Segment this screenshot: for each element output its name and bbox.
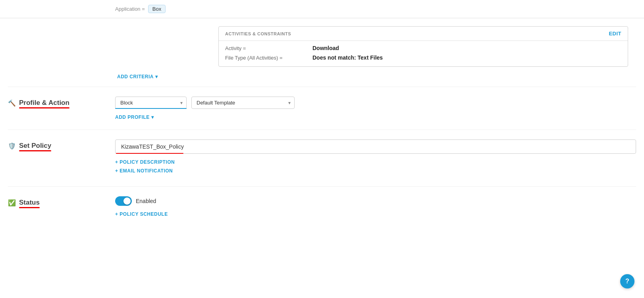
add-profile-button[interactable]: ADD PROFILE ▾ bbox=[115, 114, 154, 120]
file-type-value: Does not match: Text Files bbox=[312, 54, 383, 61]
application-row: Application = Box bbox=[0, 0, 644, 18]
status-content: Enabled + POLICY SCHEDULE bbox=[115, 196, 636, 217]
add-criteria-row: ADD CRITERIA ▾ bbox=[0, 67, 644, 87]
toggle-thumb bbox=[123, 197, 131, 205]
set-policy-icon: 🛡️ bbox=[8, 142, 16, 150]
profile-action-content: Block Allow Monitor Default Template ADD… bbox=[115, 97, 636, 120]
toggle-track bbox=[115, 196, 132, 206]
activity-value: Download bbox=[312, 45, 339, 51]
status-underline bbox=[19, 207, 40, 208]
set-policy-content: + POLICY DESCRIPTION + EMAIL NOTIFICATIO… bbox=[115, 139, 636, 177]
policy-description-link[interactable]: + POLICY DESCRIPTION bbox=[115, 159, 636, 165]
status-label-col: ✅ Status bbox=[8, 196, 115, 207]
profile-action-icon: 🔨 bbox=[8, 99, 16, 107]
add-criteria-button[interactable]: ADD CRITERIA ▾ bbox=[117, 74, 158, 79]
set-policy-label-col: 🛡️ Set Policy bbox=[8, 139, 115, 150]
file-type-key: File Type (All Activities) = bbox=[225, 55, 312, 61]
status-label: Status bbox=[19, 199, 40, 206]
policy-name-wrapper bbox=[115, 139, 636, 154]
activities-body: Activity = Download File Type (All Activ… bbox=[219, 41, 628, 66]
email-notification-link[interactable]: + EMAIL NOTIFICATION bbox=[115, 168, 636, 174]
activities-section: ACTIVITIES & CONSTRAINTS EDIT Activity =… bbox=[218, 26, 628, 67]
set-policy-label: Set Policy bbox=[19, 142, 51, 149]
set-policy-section: 🛡️ Set Policy + POLICY DESCRIPTION + EMA… bbox=[0, 130, 644, 186]
status-row: Enabled bbox=[115, 196, 636, 206]
profile-action-underline bbox=[19, 107, 69, 108]
status-toggle[interactable] bbox=[115, 196, 132, 206]
policy-name-input[interactable] bbox=[115, 139, 636, 154]
status-text: Enabled bbox=[136, 198, 156, 204]
profile-action-label: Profile & Action bbox=[19, 99, 69, 106]
action-dropdown-wrapper[interactable]: Block Allow Monitor bbox=[115, 97, 187, 109]
status-icon: ✅ bbox=[8, 199, 16, 207]
activity-row-activity: Activity = Download bbox=[225, 45, 621, 51]
policy-name-underline bbox=[116, 153, 183, 154]
activity-row-filetype: File Type (All Activities) = Does not ma… bbox=[225, 54, 621, 61]
edit-link[interactable]: EDIT bbox=[609, 31, 621, 37]
page-wrapper: Application = Box ACTIVITIES & CONSTRAIN… bbox=[0, 0, 644, 298]
application-badge: Box bbox=[148, 5, 166, 13]
activities-title: ACTIVITIES & CONSTRAINTS bbox=[225, 31, 291, 36]
set-policy-underline bbox=[19, 150, 51, 151]
activity-key: Activity = bbox=[225, 45, 312, 51]
action-dropdown[interactable]: Block Allow Monitor bbox=[115, 97, 187, 109]
activities-header: ACTIVITIES & CONSTRAINTS EDIT bbox=[219, 27, 628, 41]
profile-action-label-col: 🔨 Profile & Action bbox=[8, 97, 115, 107]
application-label: Application = bbox=[115, 6, 145, 12]
template-dropdown[interactable]: Default Template bbox=[191, 97, 295, 109]
help-button[interactable]: ? bbox=[620, 274, 634, 288]
template-dropdown-wrapper[interactable]: Default Template bbox=[191, 97, 295, 109]
profile-action-controls: Block Allow Monitor Default Template bbox=[115, 97, 636, 109]
profile-action-section: 🔨 Profile & Action Block Allow Monitor bbox=[0, 87, 644, 130]
status-section: ✅ Status Enabled + POLICY SCHEDULE bbox=[0, 187, 644, 226]
policy-schedule-link[interactable]: + POLICY SCHEDULE bbox=[115, 211, 168, 217]
